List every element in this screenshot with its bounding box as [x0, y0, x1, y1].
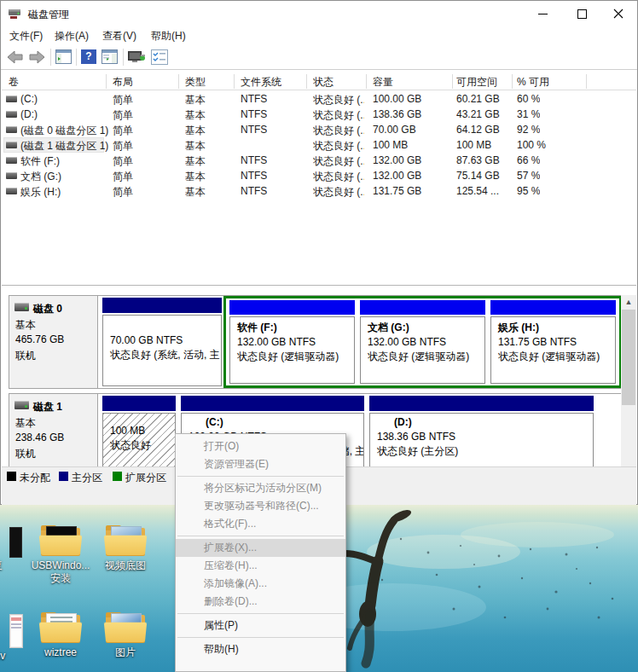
- volume-row-disk1-part1-selected[interactable]: (磁盘 1 磁盘分区 1) 简单 基本 状态良好 (... 100 MB 100…: [2, 137, 636, 153]
- volume-list-pane: 卷 布局 类型 文件系统 状态 容量 可用空间 % 可用 (C:): [2, 71, 636, 285]
- toolbar-separator: [123, 49, 124, 66]
- help-glyph: ?: [85, 50, 91, 62]
- cell-type: 基本: [185, 139, 206, 154]
- cell-fs: NTFS: [241, 185, 267, 197]
- desktop-icon-cut-left-top[interactable]: 复: [0, 525, 27, 572]
- column-header-status[interactable]: 状态: [313, 75, 334, 90]
- menu-item-format[interactable]: 格式化(F)...: [176, 515, 345, 533]
- cell-status: 状态良好 (...: [313, 170, 364, 184]
- volume-row-f[interactable]: 软件 (F:) 简单 基本 NTFS 状态良好 (... 132.00 GB 8…: [2, 153, 636, 168]
- menu-item-extend-volume[interactable]: 扩展卷(X)...: [176, 539, 345, 557]
- vertical-scrollbar[interactable]: ▲ ▼: [621, 295, 636, 481]
- menu-separator: [177, 536, 344, 536]
- cell-volume: 软件 (F:): [20, 154, 60, 169]
- column-header-pct-free[interactable]: % 可用: [517, 75, 549, 90]
- maximize-button[interactable]: [562, 1, 600, 26]
- volume-row-g[interactable]: 文档 (G:) 简单 基本 NTFS 状态良好 (... 132.00 GB 7…: [2, 168, 636, 183]
- partition-status-line: 状态良好 (系统, 活动, 主: [110, 348, 214, 362]
- help-icon[interactable]: ?: [81, 49, 96, 64]
- disk1-system-reserved-partition-selected[interactable]: 100 MB 状态良好: [101, 394, 177, 467]
- disk0-primary-partition[interactable]: 70.00 GB NTFS 状态良好 (系统, 活动, 主: [101, 296, 223, 388]
- cell-free: 60.21 GB: [456, 93, 500, 105]
- disk1-info-panel[interactable]: 磁盘 1 基本 238.46 GB 联机: [9, 394, 98, 466]
- console-tree-icon[interactable]: [55, 49, 72, 64]
- volume-icon: [6, 111, 17, 118]
- desktop-icon-video-base[interactable]: 视频底图: [96, 525, 155, 572]
- cell-layout: 简单: [113, 154, 133, 169]
- cell-status: 状态良好 (...: [313, 154, 364, 169]
- volume-row-c[interactable]: (C:) 简单 基本 NTFS 状态良好 (... 100.00 GB 60.2…: [2, 91, 636, 107]
- column-header-capacity[interactable]: 容量: [373, 75, 393, 90]
- disk1-size: 238.46 GB: [15, 432, 64, 443]
- menu-item-mark-active[interactable]: 将分区标记为活动分区(M): [176, 479, 345, 497]
- column-header-filesystem[interactable]: 文件系统: [241, 75, 281, 90]
- menu-help[interactable]: 帮助(H): [151, 29, 186, 43]
- back-icon[interactable]: [7, 50, 23, 64]
- cell-pct: 60 %: [517, 93, 540, 105]
- volume-row-h[interactable]: 娱乐 (H:) 简单 基本 NTFS 状态良好 (... 131.75 GB 1…: [2, 183, 636, 199]
- column-header-free[interactable]: 可用空间: [456, 75, 497, 90]
- volume-row-d[interactable]: (D:) 简单 基本 NTFS 状态良好 (... 138.36 GB 43.2…: [2, 107, 636, 122]
- header-separator: [366, 74, 367, 89]
- checklist-icon[interactable]: [151, 49, 168, 65]
- legend-swatch-primary: [59, 472, 68, 481]
- logical-partition-header: [360, 300, 485, 315]
- disk1-d-partition[interactable]: (D:) 138.36 GB NTFS 状态良好 (主分区): [368, 394, 595, 467]
- folder-icon: [40, 525, 81, 558]
- logical-partition-f[interactable]: 软件 (F:) 132.00 GB NTFS 状态良好 (逻辑驱动器): [228, 300, 357, 384]
- menu-item-properties[interactable]: 属性(P): [176, 617, 345, 634]
- volume-icon: [6, 157, 17, 164]
- menu-item-explorer[interactable]: 资源管理器(E): [176, 455, 345, 473]
- show-hide-pane-icon[interactable]: [102, 49, 118, 64]
- minimize-button[interactable]: [524, 1, 562, 26]
- column-header-type[interactable]: 类型: [185, 75, 206, 90]
- menu-item-add-mirror[interactable]: 添加镜像(A)...: [176, 575, 345, 593]
- menu-item-help[interactable]: 帮助(H): [176, 640, 345, 658]
- cell-fs: NTFS: [241, 124, 267, 136]
- column-header-volume[interactable]: 卷: [9, 75, 19, 90]
- logical-partition-g[interactable]: 文档 (G:) 132.00 GB NTFS 状态良好 (逻辑驱动器): [358, 300, 487, 384]
- cell-layout: 简单: [113, 185, 133, 200]
- console-monitor-icon[interactable]: [128, 49, 146, 64]
- menu-item-delete-volume[interactable]: 删除卷(D)...: [176, 593, 345, 611]
- cell-status: 状态良好 (...: [313, 108, 364, 123]
- legend-label-extended: 扩展分区: [125, 471, 166, 485]
- cell-status: 状态良好 (...: [313, 139, 364, 154]
- minimize-icon: [538, 14, 548, 14]
- partition-size-line: 100 MB: [110, 424, 168, 438]
- scrollbar-thumb[interactable]: [622, 310, 635, 405]
- cell-free: 100 MB: [456, 139, 491, 151]
- menu-item-open[interactable]: 打开(O): [176, 437, 345, 455]
- disk0-info-panel[interactable]: 磁盘 0 基本 465.76 GB 联机: [9, 296, 98, 388]
- cell-type: 基本: [185, 185, 206, 200]
- forward-icon[interactable]: [29, 50, 45, 64]
- disk0-name: 磁盘 0: [33, 302, 62, 316]
- disk1-status: 联机: [15, 447, 36, 461]
- cell-type: 基本: [185, 124, 206, 138]
- header-separator: [106, 74, 107, 89]
- disk0-status: 联机: [15, 349, 36, 363]
- desktop-icon-label-line2: 安装: [31, 572, 90, 585]
- cell-free: 87.63 GB: [456, 154, 500, 166]
- desktop-icon-usbwindows[interactable]: USBWindo... 安装: [31, 525, 90, 585]
- primary-partition-header: [102, 396, 176, 411]
- logical-partition-header: [229, 300, 355, 315]
- desktop-icon-pictures[interactable]: 图片: [96, 612, 155, 659]
- menu-separator: [177, 613, 344, 614]
- menu-view[interactable]: 查看(V): [102, 29, 136, 43]
- menu-item-shrink-volume[interactable]: 压缩卷(H)...: [176, 557, 345, 575]
- column-header-layout[interactable]: 布局: [113, 75, 133, 90]
- menu-item-change-letter[interactable]: 更改驱动器号和路径(C)...: [176, 497, 345, 515]
- desktop-icon-cut-left-bottom[interactable]: ecv: [0, 614, 27, 663]
- volume-row-disk0-part1[interactable]: (磁盘 0 磁盘分区 1) 简单 基本 NTFS 状态良好 (... 70.00…: [2, 122, 636, 137]
- close-button[interactable]: [600, 1, 638, 26]
- scroll-up-icon[interactable]: ▲: [621, 295, 636, 310]
- cell-type: 基本: [185, 93, 206, 107]
- menu-action[interactable]: 操作(A): [55, 29, 89, 43]
- menu-file[interactable]: 文件(F): [9, 29, 43, 43]
- title-bar[interactable]: 磁盘管理: [1, 1, 637, 26]
- desktop-icon-wiztree[interactable]: wiztree: [31, 612, 90, 659]
- cell-capacity: 132.00 GB: [373, 170, 421, 182]
- document-icon: [9, 614, 23, 648]
- logical-partition-h[interactable]: 娱乐 (H:) 131.75 GB NTFS 状态良好 (逻辑驱动器): [489, 300, 618, 384]
